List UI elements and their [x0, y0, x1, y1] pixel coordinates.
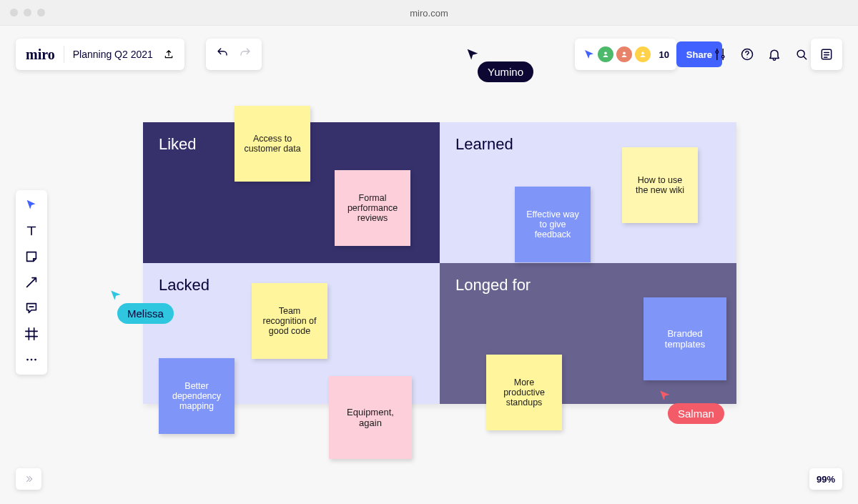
undo-icon[interactable] [216, 46, 229, 62]
sticky-formal-reviews[interactable]: Formal performance reviews [335, 170, 410, 246]
svg-point-10 [31, 359, 33, 361]
sticky-access-customer-data[interactable]: Access to customer data [235, 106, 310, 182]
svg-point-1 [623, 51, 626, 54]
select-tool[interactable] [24, 197, 39, 213]
sticky-recognition[interactable]: Team recognition of good code [252, 283, 327, 359]
presentation-icon[interactable] [582, 47, 596, 61]
zoom-level[interactable]: 99% [809, 468, 842, 490]
svg-point-0 [604, 51, 607, 54]
sticky-tool[interactable] [24, 249, 39, 265]
cursor-label-salman: Salman [668, 403, 724, 424]
frame-tool[interactable] [24, 326, 39, 342]
settings-icon[interactable] [712, 46, 728, 62]
avatar-3[interactable] [633, 45, 652, 64]
avatar-2[interactable] [615, 45, 633, 64]
sticky-wiki[interactable]: How to use the new wiki [622, 147, 698, 223]
board-canvas[interactable]: miro Planning Q2 2021 10 Share [0, 26, 858, 504]
sticky-equipment[interactable]: Equipment, again [329, 376, 412, 459]
sticky-standups[interactable]: More productive standups [486, 355, 562, 430]
export-icon[interactable] [163, 49, 174, 60]
text-tool[interactable] [24, 223, 39, 239]
bell-icon[interactable] [766, 46, 782, 62]
cursor-label-yumino: Yumino [478, 61, 533, 82]
board-title-card: miro Planning Q2 2021 [16, 39, 184, 70]
undo-redo-card [206, 39, 262, 70]
browser-chrome: miro.com [0, 0, 858, 26]
maximize-window-dot[interactable] [37, 9, 45, 16]
search-icon[interactable] [794, 46, 809, 62]
avatar-1[interactable] [596, 45, 615, 64]
divider [64, 46, 64, 63]
board-title[interactable]: Planning Q2 2021 [73, 49, 153, 60]
sticky-branded[interactable]: Branded templates [644, 297, 726, 380]
presence-card: 10 [575, 39, 676, 70]
help-icon[interactable] [739, 46, 755, 62]
left-toolbar [16, 190, 47, 375]
top-icon-bar [712, 39, 809, 70]
svg-point-2 [641, 51, 644, 54]
sticky-feedback[interactable]: Effective way to give feedback [515, 187, 591, 262]
svg-point-6 [747, 57, 748, 58]
arrow-tool[interactable] [24, 275, 39, 290]
minimap-toggle[interactable] [16, 468, 41, 490]
window-controls [10, 9, 45, 16]
redo-icon[interactable] [239, 46, 252, 62]
activity-panel-button[interactable] [811, 39, 842, 70]
cursor-yumino: Yumino [465, 47, 533, 82]
comment-tool[interactable] [24, 300, 39, 316]
participant-count[interactable]: 10 [659, 49, 669, 60]
address-bar-url: miro.com [410, 7, 448, 18]
close-window-dot[interactable] [10, 9, 18, 16]
svg-point-9 [26, 359, 29, 361]
miro-logo[interactable]: miro [26, 46, 55, 63]
minimize-window-dot[interactable] [24, 9, 31, 16]
more-tools[interactable] [24, 352, 39, 367]
svg-point-11 [34, 359, 36, 361]
sticky-dependency[interactable]: Better dependency mapping [159, 358, 235, 434]
